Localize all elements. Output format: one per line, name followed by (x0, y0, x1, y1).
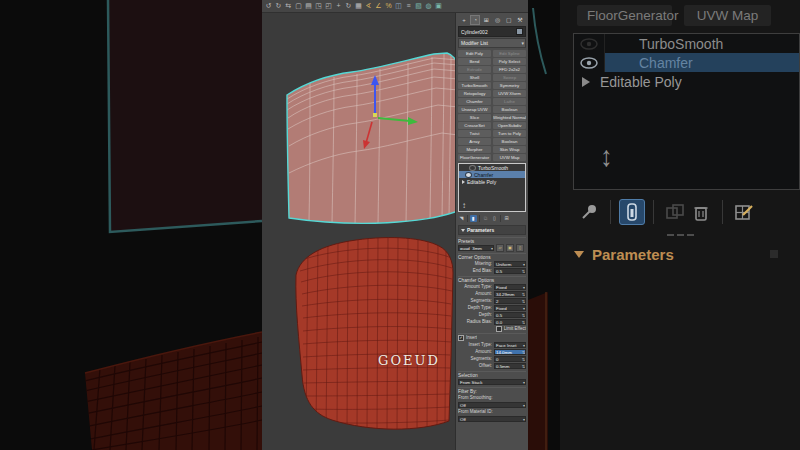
modifier-button[interactable]: Shell (458, 74, 491, 81)
select-link-icon[interactable]: ⇆ (284, 1, 293, 11)
modifier-button[interactable]: Morpher (458, 146, 491, 153)
modifier-list-dropdown[interactable]: Modifier List (458, 38, 526, 48)
modifier-button[interactable]: Symmetry (493, 82, 526, 89)
percent-snap-icon[interactable]: % (384, 1, 393, 11)
floorgenerator-button[interactable]: FloorGenerator (577, 5, 672, 26)
mitering-dropdown[interactable]: Uniform (494, 261, 526, 267)
motion-tab[interactable]: ◎ (494, 16, 502, 24)
eye-icon[interactable] (580, 57, 598, 69)
modifier-button[interactable]: TurboSmooth (458, 82, 491, 89)
modifier-button[interactable]: Array (458, 138, 491, 145)
undo-icon[interactable]: ↺ (264, 1, 273, 11)
modifier-button[interactable]: Poly Select (493, 58, 526, 65)
uvw-map-button[interactable]: UVW Map (684, 5, 771, 26)
from-material-dropdown[interactable]: Off (458, 416, 526, 422)
modifier-button[interactable]: UVW Xform (493, 90, 526, 97)
make-unique-button[interactable] (662, 199, 688, 225)
modifier-button[interactable]: Turn to Poly (493, 130, 526, 137)
modifier-button[interactable]: Boolean (493, 138, 526, 145)
object-name-field[interactable]: Cylinder002 (461, 29, 514, 35)
insert-type-dropdown[interactable]: Face Inset (494, 342, 526, 348)
modifier-button[interactable]: Skin Wrap (493, 146, 526, 153)
make-unique-icon[interactable]: ⧉ (482, 215, 489, 222)
modifier-button[interactable]: Unwrap UVW (458, 106, 491, 113)
modifier-button[interactable]: Lathe (493, 98, 526, 105)
modifier-button[interactable]: Twist (458, 130, 491, 137)
expand-icon[interactable] (582, 77, 590, 87)
depth-type-dropdown[interactable]: Fixed (494, 305, 526, 311)
modifier-button[interactable]: Retopology (458, 90, 491, 97)
stack-resize-handle[interactable]: ↕ (462, 201, 466, 210)
modifier-button[interactable]: Bend (458, 58, 491, 65)
insert-checkbox[interactable]: ✓ (458, 335, 464, 341)
amount-type-dropdown[interactable]: Fixed (494, 284, 526, 290)
eye-icon[interactable] (580, 38, 598, 50)
preset-load-button[interactable]: ▱ (496, 244, 504, 252)
selection-region-icon[interactable]: ◳ (314, 1, 323, 11)
stack-item-turbosmooth[interactable]: TurboSmooth (459, 164, 525, 171)
preset-dropdown[interactable]: quad_3mm (458, 245, 494, 251)
render-setup-icon[interactable]: ▣ (434, 1, 443, 11)
from-smoothing-dropdown[interactable]: Off (458, 402, 526, 408)
radius-bias-spinner[interactable]: 0,0 (494, 319, 526, 325)
create-tab[interactable]: + (460, 16, 468, 24)
scale-icon[interactable]: ▦ (354, 1, 363, 11)
modifier-button[interactable]: Weighted Normals (493, 114, 526, 121)
configure-modifier-sets-icon[interactable]: ⊞ (503, 215, 510, 222)
modifier-button[interactable]: Boolean (493, 106, 526, 113)
end-bias-spinner[interactable]: 0,5 (494, 268, 526, 274)
parameters-rollout-header[interactable]: Parameters (458, 225, 526, 235)
modifier-button[interactable]: Chamfer (458, 98, 491, 105)
configure-modifier-sets-button[interactable] (731, 199, 757, 225)
modify-tab[interactable]: ◔ (471, 16, 479, 24)
offset-spinner[interactable]: 0,5mm (494, 363, 526, 369)
expand-icon[interactable] (462, 180, 465, 184)
stack-item-editable-poly[interactable]: Editable Poly (574, 72, 799, 91)
panel-splitter[interactable] (560, 234, 800, 236)
eye-icon[interactable] (469, 165, 476, 171)
amount-spinner[interactable]: 34,29mm (494, 291, 526, 297)
modifier-button[interactable]: UVW Map (493, 154, 526, 161)
select-object-icon[interactable]: ▢ (294, 1, 303, 11)
stack-item-editable-poly[interactable]: Editable Poly (459, 178, 525, 185)
stack-resize-handle[interactable]: ↕ (600, 140, 613, 173)
segments-spinner[interactable]: 2 (494, 298, 526, 304)
angle-snap-icon[interactable]: ∠ (374, 1, 383, 11)
modifier-button[interactable]: Extrude (458, 66, 491, 73)
material-editor-icon[interactable]: ◍ (424, 1, 433, 11)
parameters-rollout-header[interactable]: Parameters (560, 244, 800, 264)
limit-effect-checkbox[interactable] (496, 326, 502, 332)
remove-modifier-button[interactable] (688, 199, 714, 225)
pin-stack-button[interactable] (576, 199, 602, 225)
modifier-button[interactable]: CreaseSet (458, 122, 491, 129)
show-end-result-button[interactable] (619, 199, 645, 225)
stack-item-turbosmooth[interactable]: TurboSmooth (574, 34, 799, 53)
display-tab[interactable]: ▢ (505, 16, 513, 24)
modifier-button[interactable]: FFD 2x2x2 (493, 66, 526, 73)
stack-item-chamfer[interactable]: Chamfer (574, 53, 799, 72)
window-crossing-icon[interactable]: ◰ (324, 1, 333, 11)
modifier-button[interactable]: Edit Poly (458, 50, 491, 57)
move-icon[interactable]: + (334, 1, 343, 11)
preset-save-button[interactable]: ▣ (506, 244, 514, 252)
hierarchy-tab[interactable]: ⊞ (482, 16, 490, 24)
modifier-button[interactable]: Sweep (493, 74, 526, 81)
pin-stack-icon[interactable]: ◥ (458, 215, 465, 222)
insert-amount-field[interactable]: 14,0mm (494, 349, 526, 355)
scene-explorer-icon[interactable]: ▧ (414, 1, 423, 11)
show-end-result-icon[interactable]: ▮ (470, 215, 477, 222)
selection-dropdown[interactable]: From Stack (458, 379, 526, 385)
rotate-icon[interactable]: ↻ (344, 1, 353, 11)
utilities-tab[interactable]: ⚒ (516, 16, 524, 24)
object-color-swatch[interactable] (516, 28, 523, 35)
snap-toggle-icon[interactable]: ∢ (364, 1, 373, 11)
remove-modifier-icon[interactable]: ▯ (491, 215, 498, 222)
modifier-button[interactable]: FloorGenerator (458, 154, 491, 161)
preset-delete-button[interactable]: ▯ (516, 244, 524, 252)
mirror-icon[interactable]: ◫ (394, 1, 403, 11)
modifier-button[interactable]: Slice (458, 114, 491, 121)
insert-segments-spinner[interactable]: 0 (494, 356, 526, 362)
stack-item-chamfer[interactable]: Chamfer (459, 171, 525, 178)
modifier-button[interactable]: OpenSubdiv (493, 122, 526, 129)
eye-icon[interactable] (465, 172, 472, 178)
